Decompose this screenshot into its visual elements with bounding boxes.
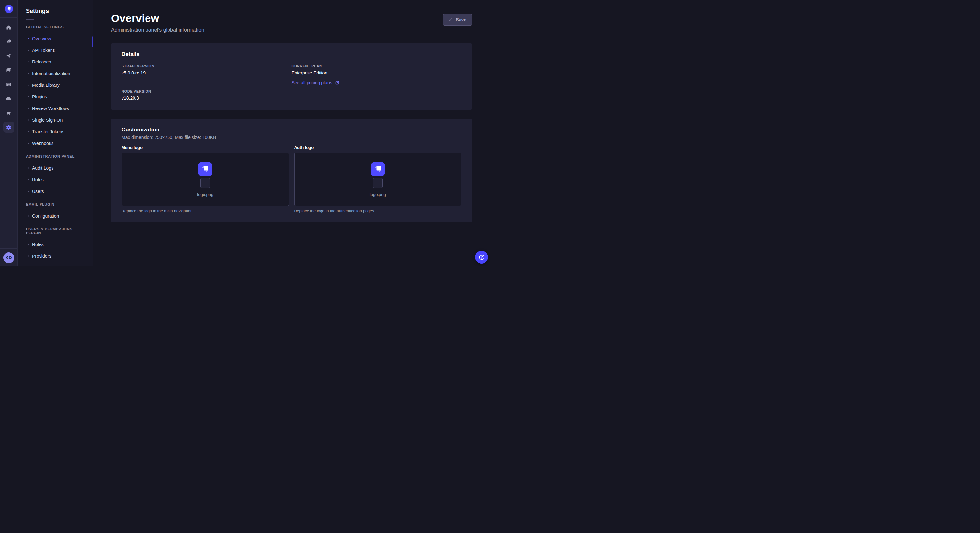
sidebar-item-label: Configuration [32,213,59,219]
sidebar-item-up-providers[interactable]: Providers [18,250,93,262]
sidebar-item-single-sign-on[interactable]: Single Sign-On [18,114,93,126]
settings-subnav: Settings GLOBAL SETTINGS Overview API To… [18,0,93,266]
feather-icon[interactable] [3,36,14,47]
bullet-icon [28,179,30,180]
sidebar-item-up-roles[interactable]: Roles [18,239,93,250]
add-auth-logo-button[interactable] [373,178,383,188]
page-subtitle: Administration panel’s global informatio… [111,27,204,33]
sidebar-item-label: API Tokens [32,48,55,53]
auth-logo-filename: logo.png [370,192,386,197]
bullet-icon [28,191,30,192]
rail-user-area: KD [0,248,18,266]
bullet-icon [28,84,30,86]
menu-logo-field: Menu logo logo.png Replace the logo in t… [121,145,289,213]
field-value: v5.0.0-rc.19 [121,70,292,75]
field-strapi-version: STRAPI VERSION v5.0.0-rc.19 [121,64,292,86]
section-label: GLOBAL SETTINGS [26,25,84,29]
section-email-plugin: EMAIL PLUGIN Configuration [18,202,93,222]
bullet-icon [28,119,30,121]
subnav-scrollbar[interactable] [92,36,93,47]
strapi-logo-icon [199,163,212,176]
strapi-admin-app: KD Settings GLOBAL SETTINGS Overview API… [0,0,490,266]
cloud-icon[interactable] [3,93,14,104]
details-title: Details [121,51,461,58]
bullet-icon [28,96,30,97]
menu-logo-dropzone[interactable]: logo.png [121,152,289,206]
bullet-icon [28,131,30,132]
cart-icon[interactable] [3,108,14,119]
bullet-icon [28,61,30,62]
field-node-version: NODE VERSION v18.20.3 [121,89,292,101]
strapi-logo-icon [371,163,384,176]
layout-icon[interactable] [3,79,14,90]
sidebar-item-review-workflows[interactable]: Review Workflows [18,103,93,114]
sidebar-item-releases[interactable]: Releases [18,56,93,68]
avatar[interactable]: KD [3,252,14,263]
sidebar-item-plugins[interactable]: Plugins [18,91,93,103]
bullet-icon [28,215,30,217]
auth-logo-label: Auth logo [294,145,462,150]
sidebar-item-label: Internationalization [32,71,70,76]
sidebar-item-media-library[interactable]: Media Library [18,79,93,91]
sidebar-item-label: Overview [32,36,51,41]
images-icon[interactable] [3,65,14,76]
field-label: STRAPI VERSION [121,64,292,68]
section-global-settings: GLOBAL SETTINGS Overview API Tokens Rele… [18,25,93,149]
workplace-logo-area [0,0,18,18]
sidebar-item-email-configuration[interactable]: Configuration [18,210,93,222]
save-label: Save [456,17,466,22]
sidebar-item-admin-roles[interactable]: Roles [18,174,93,186]
plus-icon [202,180,208,186]
add-menu-logo-button[interactable] [200,178,210,188]
sidebar-item-transfer-tokens[interactable]: Transfer Tokens [18,126,93,138]
main-content: Overview Administration panel’s global i… [93,0,490,266]
sidebar-item-internationalization[interactable]: Internationalization [18,68,93,79]
sidebar-item-label: Audit Logs [32,165,54,171]
save-button[interactable]: Save [443,14,472,25]
bullet-icon [28,108,30,109]
bullet-icon [28,143,30,144]
sidebar-item-label: Plugins [32,94,47,99]
sidebar-item-overview[interactable]: Overview [18,33,93,44]
section-label: EMAIL PLUGIN [26,202,84,206]
auth-logo-hint: Replace the logo in the authentication p… [294,209,462,213]
main-nav-rail: KD [0,0,18,266]
strapi-logo[interactable] [5,5,13,13]
section-administration-panel: ADMINISTRATION PANEL Audit Logs Roles Us… [18,154,93,197]
field-value: v18.20.3 [121,95,292,101]
section-users-permissions-plugin: USERS & PERMISSIONS PLUGIN Roles Provide… [18,227,93,262]
auth-logo-field: Auth logo logo.png Replace the logo in t… [294,145,462,213]
home-icon[interactable] [3,22,14,33]
sidebar-item-api-tokens[interactable]: API Tokens [18,44,93,56]
rail-nav [3,18,14,134]
customization-subtitle: Max dimension: 750×750, Max file size: 1… [121,135,461,140]
paper-plane-icon[interactable] [3,51,14,62]
bullet-icon [28,244,30,245]
page-title: Overview [111,12,204,25]
details-grid: STRAPI VERSION v5.0.0-rc.19 CURRENT PLAN… [121,64,461,101]
sidebar-item-label: Single Sign-On [32,117,62,123]
sidebar-item-audit-logs[interactable]: Audit Logs [18,162,93,174]
check-icon [449,18,452,22]
sidebar-item-webhooks[interactable]: Webhooks [18,138,93,149]
pricing-plans-link[interactable]: See all pricing plans [292,80,339,85]
bullet-icon [28,73,30,74]
sidebar-item-label: Releases [32,59,51,65]
menu-logo-preview [198,162,212,176]
sidebar-item-label: Roles [32,177,44,182]
gear-icon[interactable] [3,122,14,133]
pricing-plans-link-label: See all pricing plans [292,80,332,85]
field-label: NODE VERSION [121,89,292,93]
help-button[interactable] [475,251,488,263]
sidebar-item-label: Review Workflows [32,106,69,111]
logo-uploads: Menu logo logo.png Replace the logo in t… [121,145,461,213]
menu-logo-hint: Replace the logo in the main navigation [121,209,289,213]
sidebar-item-admin-users[interactable]: Users [18,186,93,197]
details-card: Details STRAPI VERSION v5.0.0-rc.19 CURR… [111,43,472,110]
section-label: ADMINISTRATION PANEL [26,154,84,159]
menu-logo-filename: logo.png [197,192,213,197]
subnav-title: Settings [26,8,93,14]
auth-logo-dropzone[interactable]: logo.png [294,152,462,206]
sidebar-item-label: Webhooks [32,141,54,146]
external-link-icon [335,81,339,85]
